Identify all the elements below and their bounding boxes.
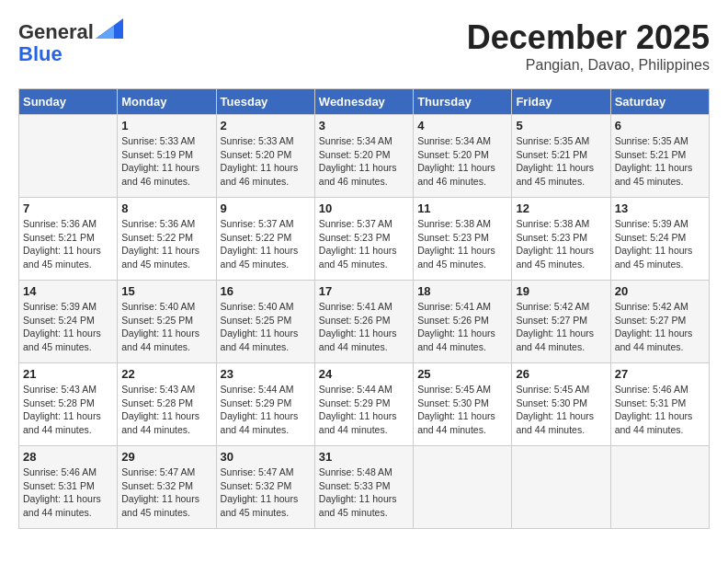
day-number: 13 — [615, 201, 705, 215]
calendar-cell: 8Sunrise: 5:36 AM Sunset: 5:22 PM Daylig… — [118, 198, 216, 281]
logo-general: General — [18, 20, 94, 43]
calendar-cell: 12Sunrise: 5:38 AM Sunset: 5:23 PM Dayli… — [512, 198, 610, 281]
day-info: Sunrise: 5:47 AM Sunset: 5:32 PM Dayligh… — [121, 465, 211, 520]
calendar-cell — [414, 446, 512, 529]
day-info: Sunrise: 5:33 AM Sunset: 5:20 PM Dayligh… — [221, 134, 311, 189]
month-title: December 2025 — [467, 18, 710, 57]
day-info: Sunrise: 5:42 AM Sunset: 5:27 PM Dayligh… — [615, 300, 705, 354]
calendar-cell: 5Sunrise: 5:35 AM Sunset: 5:21 PM Daylig… — [512, 115, 610, 198]
day-number: 30 — [221, 450, 311, 464]
day-info: Sunrise: 5:36 AM Sunset: 5:22 PM Dayligh… — [121, 217, 211, 271]
header-monday: Monday — [118, 89, 216, 115]
day-number: 12 — [516, 201, 606, 215]
calendar-cell: 28Sunrise: 5:46 AM Sunset: 5:31 PM Dayli… — [19, 446, 118, 529]
calendar-cell: 27Sunrise: 5:46 AM Sunset: 5:31 PM Dayli… — [610, 363, 709, 446]
day-number: 28 — [23, 450, 113, 464]
day-info: Sunrise: 5:43 AM Sunset: 5:28 PM Dayligh… — [121, 383, 211, 437]
day-info: Sunrise: 5:38 AM Sunset: 5:23 PM Dayligh… — [516, 217, 606, 271]
day-info: Sunrise: 5:40 AM Sunset: 5:25 PM Dayligh… — [121, 300, 211, 354]
day-number: 7 — [23, 201, 113, 215]
day-number: 11 — [417, 201, 507, 215]
calendar-cell: 2Sunrise: 5:33 AM Sunset: 5:20 PM Daylig… — [216, 115, 314, 198]
calendar-cell: 14Sunrise: 5:39 AM Sunset: 5:24 PM Dayli… — [19, 281, 118, 363]
day-info: Sunrise: 5:41 AM Sunset: 5:26 PM Dayligh… — [417, 300, 507, 354]
calendar-cell: 10Sunrise: 5:37 AM Sunset: 5:23 PM Dayli… — [314, 198, 413, 281]
calendar-cell: 15Sunrise: 5:40 AM Sunset: 5:25 PM Dayli… — [118, 281, 216, 363]
day-number: 16 — [221, 284, 311, 298]
calendar-cell: 21Sunrise: 5:43 AM Sunset: 5:28 PM Dayli… — [19, 363, 118, 446]
day-info: Sunrise: 5:46 AM Sunset: 5:31 PM Dayligh… — [615, 383, 705, 437]
calendar-cell: 26Sunrise: 5:45 AM Sunset: 5:30 PM Dayli… — [512, 363, 610, 446]
day-number: 23 — [221, 367, 311, 381]
calendar-cell: 4Sunrise: 5:34 AM Sunset: 5:20 PM Daylig… — [414, 115, 512, 198]
day-info: Sunrise: 5:39 AM Sunset: 5:24 PM Dayligh… — [23, 300, 113, 354]
calendar-cell: 18Sunrise: 5:41 AM Sunset: 5:26 PM Dayli… — [414, 281, 512, 363]
day-number: 25 — [417, 367, 507, 381]
day-number: 22 — [121, 367, 211, 381]
day-info: Sunrise: 5:44 AM Sunset: 5:29 PM Dayligh… — [221, 383, 311, 437]
calendar-week-row: 28Sunrise: 5:46 AM Sunset: 5:31 PM Dayli… — [19, 446, 710, 529]
day-number: 14 — [23, 284, 113, 298]
day-number: 21 — [23, 367, 113, 381]
day-number: 24 — [319, 367, 409, 381]
day-info: Sunrise: 5:46 AM Sunset: 5:31 PM Dayligh… — [23, 465, 113, 520]
calendar-cell: 30Sunrise: 5:47 AM Sunset: 5:32 PM Dayli… — [216, 446, 314, 529]
header-wednesday: Wednesday — [314, 89, 413, 115]
calendar-cell: 22Sunrise: 5:43 AM Sunset: 5:28 PM Dayli… — [118, 363, 216, 446]
calendar-cell: 31Sunrise: 5:48 AM Sunset: 5:33 PM Dayli… — [314, 446, 413, 529]
svg-marker-1 — [96, 26, 114, 39]
calendar-week-row: 7Sunrise: 5:36 AM Sunset: 5:21 PM Daylig… — [19, 198, 710, 281]
day-number: 4 — [417, 119, 507, 132]
logo-icon — [96, 18, 123, 39]
calendar-table: SundayMondayTuesdayWednesdayThursdayFrid… — [18, 88, 710, 529]
location-title: Pangian, Davao, Philippines — [467, 57, 710, 74]
day-info: Sunrise: 5:47 AM Sunset: 5:32 PM Dayligh… — [221, 465, 311, 520]
header-thursday: Thursday — [414, 89, 512, 115]
calendar-cell: 7Sunrise: 5:36 AM Sunset: 5:21 PM Daylig… — [19, 198, 118, 281]
header-sunday: Sunday — [19, 89, 118, 115]
calendar-cell: 29Sunrise: 5:47 AM Sunset: 5:32 PM Dayli… — [118, 446, 216, 529]
day-number: 9 — [221, 201, 311, 215]
page-header: General Blue December 2025 Pangian, Dava… — [18, 18, 710, 74]
day-info: Sunrise: 5:39 AM Sunset: 5:24 PM Dayligh… — [615, 217, 705, 271]
calendar-cell: 19Sunrise: 5:42 AM Sunset: 5:27 PM Dayli… — [512, 281, 610, 363]
day-number: 17 — [319, 284, 409, 298]
day-number: 8 — [121, 201, 211, 215]
calendar-cell: 1Sunrise: 5:33 AM Sunset: 5:19 PM Daylig… — [118, 115, 216, 198]
title-area: December 2025 Pangian, Davao, Philippine… — [467, 18, 710, 74]
day-info: Sunrise: 5:34 AM Sunset: 5:20 PM Dayligh… — [319, 134, 409, 189]
day-info: Sunrise: 5:43 AM Sunset: 5:28 PM Dayligh… — [23, 383, 113, 437]
calendar-cell: 13Sunrise: 5:39 AM Sunset: 5:24 PM Dayli… — [610, 198, 709, 281]
day-number: 6 — [615, 119, 705, 132]
calendar-cell: 20Sunrise: 5:42 AM Sunset: 5:27 PM Dayli… — [610, 281, 709, 363]
calendar-cell: 16Sunrise: 5:40 AM Sunset: 5:25 PM Dayli… — [216, 281, 314, 363]
day-info: Sunrise: 5:41 AM Sunset: 5:26 PM Dayligh… — [319, 300, 409, 354]
calendar-cell: 3Sunrise: 5:34 AM Sunset: 5:20 PM Daylig… — [314, 115, 413, 198]
day-info: Sunrise: 5:38 AM Sunset: 5:23 PM Dayligh… — [417, 217, 507, 271]
calendar-cell — [19, 115, 118, 198]
day-number: 27 — [615, 367, 705, 381]
day-number: 2 — [221, 119, 311, 132]
day-number: 1 — [121, 119, 211, 132]
header-tuesday: Tuesday — [216, 89, 314, 115]
header-saturday: Saturday — [610, 89, 709, 115]
day-info: Sunrise: 5:45 AM Sunset: 5:30 PM Dayligh… — [417, 383, 507, 437]
calendar-week-row: 1Sunrise: 5:33 AM Sunset: 5:19 PM Daylig… — [19, 115, 710, 198]
day-info: Sunrise: 5:33 AM Sunset: 5:19 PM Dayligh… — [121, 134, 211, 189]
day-info: Sunrise: 5:48 AM Sunset: 5:33 PM Dayligh… — [319, 465, 409, 520]
day-number: 15 — [121, 284, 211, 298]
calendar-header-row: SundayMondayTuesdayWednesdayThursdayFrid… — [19, 89, 710, 115]
day-number: 26 — [516, 367, 606, 381]
calendar-cell: 11Sunrise: 5:38 AM Sunset: 5:23 PM Dayli… — [414, 198, 512, 281]
day-info: Sunrise: 5:36 AM Sunset: 5:21 PM Dayligh… — [23, 217, 113, 271]
day-info: Sunrise: 5:37 AM Sunset: 5:22 PM Dayligh… — [221, 217, 311, 271]
day-info: Sunrise: 5:40 AM Sunset: 5:25 PM Dayligh… — [221, 300, 311, 354]
day-number: 31 — [319, 450, 409, 464]
day-number: 10 — [319, 201, 409, 215]
calendar-cell: 24Sunrise: 5:44 AM Sunset: 5:29 PM Dayli… — [314, 363, 413, 446]
day-info: Sunrise: 5:45 AM Sunset: 5:30 PM Dayligh… — [516, 383, 606, 437]
day-info: Sunrise: 5:35 AM Sunset: 5:21 PM Dayligh… — [516, 134, 606, 189]
day-number: 19 — [516, 284, 606, 298]
calendar-week-row: 21Sunrise: 5:43 AM Sunset: 5:28 PM Dayli… — [19, 363, 710, 446]
logo: General Blue — [18, 18, 123, 65]
